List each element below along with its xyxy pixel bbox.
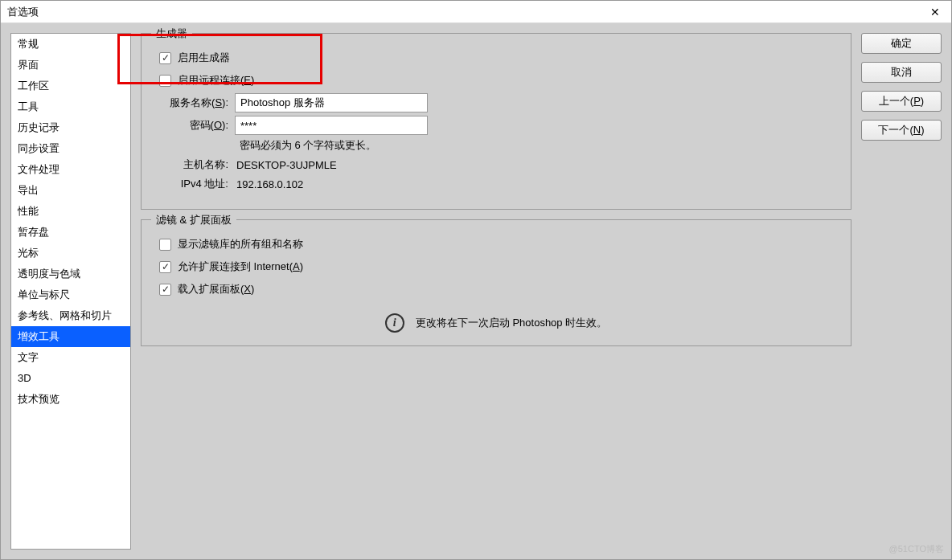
sidebar-item[interactable]: 界面 [11,55,130,76]
sidebar-item[interactable]: 工作区 [11,76,130,96]
sidebar-item[interactable]: 历史记录 [11,117,130,138]
info-icon: i [385,313,404,333]
sidebar-item[interactable]: 同步设置 [11,138,130,159]
password-row: 密码(O): [154,116,838,135]
extensions-fieldset: 滤镜 & 扩展面板 显示滤镜库的所有组和名称 允许扩展连接到 Internet(… [141,219,851,346]
sidebar-item[interactable]: 暂存盘 [11,222,130,243]
sidebar-item[interactable]: 性能 [11,201,130,222]
allow-internet-checkbox[interactable] [159,261,171,273]
sidebar-item[interactable]: 透明度与色域 [11,264,130,284]
show-all-filters-checkbox[interactable] [159,239,171,251]
hostname-label: 主机名称: [154,157,228,172]
extensions-legend: 滤镜 & 扩展面板 [151,213,236,227]
password-label: 密码(O): [154,118,228,133]
main-panel: 生成器 启用生成器 启用远程连接(E) 服务名称(S): [141,33,851,550]
ipv4-value: 192.168.0.102 [236,178,303,190]
service-name-label: 服务名称(S): [154,96,228,110]
info-text: 更改将在下一次启动 Photoshop 时生效。 [416,316,607,330]
titlebar: 首选项 ✕ [1,1,951,23]
info-row: i 更改将在下一次启动 Photoshop 时生效。 [154,313,838,333]
enable-remote-label: 启用远程连接(E) [178,73,254,88]
enable-remote-checkbox[interactable] [159,75,171,87]
load-panels-row[interactable]: 载入扩展面板(X) [159,280,838,299]
button-column: 确定 取消 上一个(P) 下一个(N) [861,33,942,550]
dialog-body: 常规界面工作区工具历史记录同步设置文件处理导出性能暂存盘光标透明度与色域单位与标… [1,23,951,559]
sidebar-item[interactable]: 工具 [11,96,130,117]
load-panels-checkbox[interactable] [159,284,171,296]
sidebar-item[interactable]: 单位与标尺 [11,284,130,305]
enable-generator-label: 启用生成器 [178,51,230,65]
service-name-input[interactable] [235,93,428,112]
generator-fieldset: 生成器 启用生成器 启用远程连接(E) 服务名称(S): [141,33,851,210]
enable-generator-row[interactable]: 启用生成器 [159,48,838,67]
enable-generator-checkbox[interactable] [159,52,171,64]
sidebar-item[interactable]: 光标 [11,243,130,264]
sidebar-item[interactable]: 技术预览 [11,389,130,410]
generator-legend: 生成器 [151,27,192,41]
sidebar: 常规界面工作区工具历史记录同步设置文件处理导出性能暂存盘光标透明度与色域单位与标… [10,33,131,550]
ok-button[interactable]: 确定 [861,33,942,54]
sidebar-item[interactable]: 文字 [11,347,130,368]
enable-remote-row[interactable]: 启用远程连接(E) [159,71,838,90]
allow-internet-label: 允许扩展连接到 Internet(A) [178,260,303,274]
sidebar-item[interactable]: 文件处理 [11,159,130,180]
show-all-filters-label: 显示滤镜库的所有组和名称 [178,237,303,251]
password-input[interactable] [235,116,428,135]
sidebar-item[interactable]: 增效工具 [11,326,130,347]
show-all-filters-row[interactable]: 显示滤镜库的所有组和名称 [159,235,838,254]
cancel-button[interactable]: 取消 [861,62,942,83]
preferences-window: 首选项 ✕ 常规界面工作区工具历史记录同步设置文件处理导出性能暂存盘光标透明度与… [0,0,952,560]
allow-internet-row[interactable]: 允许扩展连接到 Internet(A) [159,257,838,276]
close-icon[interactable]: ✕ [925,2,945,22]
hostname-value: DESKTOP-3UJPMLE [236,159,337,171]
watermark: @51CTO博客 [889,543,944,555]
ipv4-row: IPv4 地址: 192.168.0.102 [154,177,838,191]
sidebar-item[interactable]: 3D [11,368,130,389]
service-name-row: 服务名称(S): [154,93,838,112]
window-title: 首选项 [7,5,39,19]
password-hint: 密码必须为 6 个字符或更长。 [240,138,838,153]
sidebar-item[interactable]: 常规 [11,34,130,55]
ipv4-label: IPv4 地址: [154,177,228,191]
sidebar-item[interactable]: 导出 [11,180,130,201]
sidebar-item[interactable]: 参考线、网格和切片 [11,305,130,326]
next-button[interactable]: 下一个(N) [861,120,942,141]
hostname-row: 主机名称: DESKTOP-3UJPMLE [154,157,838,172]
load-panels-label: 载入扩展面板(X) [178,282,254,296]
prev-button[interactable]: 上一个(P) [861,91,942,112]
